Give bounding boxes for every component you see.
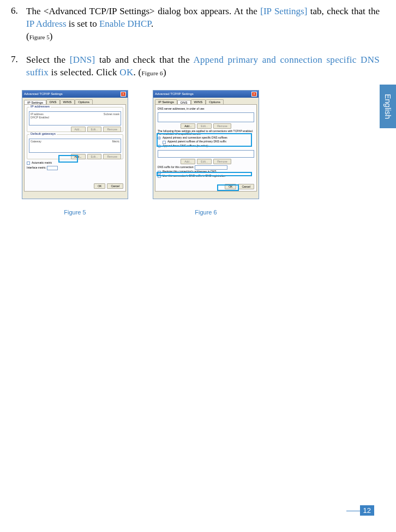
gateway-list: Gateway Metric	[29, 139, 121, 153]
dns-servers-label: DNS server addresses, in order of use:	[158, 107, 254, 110]
dialog-titlebar: Advanced TCP/IP Settings ×	[22, 91, 128, 98]
step-7-text-c: is selected. Click	[49, 67, 119, 77]
interface-metric-field[interactable]	[47, 166, 58, 170]
group-ip-addresses: IP addresses IP addressDHCP Enabled Subn…	[27, 107, 123, 132]
add-button[interactable]: Add...	[71, 127, 86, 132]
ip-address-list: IP addressDHCP Enabled Subnet mask	[29, 111, 121, 125]
tab-wins-2[interactable]: WINS	[191, 99, 206, 104]
page-number: 12	[360, 505, 374, 516]
dns-suffix-list	[158, 150, 254, 158]
dialog-title: Advanced TCP/IP Settings	[24, 92, 63, 95]
dns-mid-text: The following three settings are applied…	[158, 130, 254, 136]
step-7-dns-ref: [DNS]	[70, 55, 95, 65]
check-append-parent-row: Append parent suffixes of the primary DN…	[163, 140, 254, 144]
step-7-ok-ref: OK	[119, 67, 133, 77]
group-default-gateways: Default gateways Gateway Metric Add... E…	[27, 134, 123, 159]
step-7: 7. Select the [DNS] tab and check that t…	[11, 54, 380, 79]
check-use-suffix-label: Use this connection's DNS suffix in DNS …	[163, 175, 225, 178]
figure-6-caption: Figure 6	[195, 209, 217, 216]
add-suffix-button[interactable]: Add...	[181, 159, 195, 164]
step-7-text-b: tab and check that the	[95, 55, 194, 65]
check-register-row: Register this connection's addresses in …	[158, 170, 254, 174]
remove-suffix-button[interactable]: Remove	[213, 159, 231, 164]
remove-dns-button[interactable]: Remove	[213, 123, 231, 129]
add-dns-button[interactable]: Add...	[181, 123, 195, 129]
cancel-button[interactable]: Cancel	[107, 183, 123, 189]
edit-gateway-button[interactable]: Edit...	[87, 154, 102, 159]
close-icon[interactable]: ×	[121, 92, 126, 97]
ok-button-2[interactable]: OK	[225, 184, 236, 189]
col-gateway: Gateway	[31, 140, 41, 152]
interface-metric-row: Interface metric:	[27, 166, 123, 170]
check-append-parent-label: Append parent suffixes of the primary DN…	[167, 140, 226, 144]
close-icon-2[interactable]: ×	[251, 92, 257, 97]
tab-ip-settings-2[interactable]: IP Settings	[155, 99, 177, 104]
tab-options-2[interactable]: Options	[206, 99, 224, 104]
group-default-gateways-label: Default gateways	[29, 132, 57, 135]
step-6-ipaddress-ref: IP Address	[26, 19, 67, 29]
interface-metric-label: Interface metric:	[27, 166, 46, 170]
add-gateway-button[interactable]: Add...	[71, 154, 86, 159]
step-6-text-c: is set to	[67, 19, 99, 29]
remove-button[interactable]: Remove	[103, 127, 121, 132]
tabs-row-2: IP Settings DNS WINS Options	[153, 98, 259, 104]
figure-6-dialog: Advanced TCP/IP Settings × IP Settings D…	[153, 90, 259, 199]
check-append-parent[interactable]	[163, 141, 166, 144]
step-6: 6. The <Advanced TCP/IP Settings> dialog…	[11, 5, 380, 43]
edit-suffix-button[interactable]: Edit...	[197, 159, 212, 164]
radio-append-these[interactable]	[158, 145, 161, 148]
figure-5-caption: Figure 5	[64, 209, 86, 216]
figure-5-dialog: Advanced TCP/IP Settings × IP Settings D…	[22, 90, 128, 199]
auto-metric-checkbox[interactable]	[27, 162, 30, 165]
dialog-title-2: Advanced TCP/IP Settings	[155, 92, 194, 95]
check-use-suffix[interactable]	[158, 175, 161, 178]
figure-5-block: Advanced TCP/IP Settings × IP Settings D…	[22, 90, 128, 216]
step-6-text-a: The <Advanced TCP/IP Settings> dialog bo…	[26, 6, 257, 16]
step-6-text: The <Advanced TCP/IP Settings> dialog bo…	[26, 5, 380, 43]
step-7-text: Select the [DNS] tab and check that the …	[26, 54, 380, 79]
tab-wins[interactable]: WINS	[60, 99, 75, 104]
auto-metric-label: Automatic metric	[32, 162, 52, 165]
group-ip-addresses-label: IP addresses	[29, 105, 51, 108]
check-register-label: Register this connection's addresses in …	[163, 170, 217, 174]
dns-server-list	[158, 112, 254, 122]
tabs-row: IP Settings DNS WINS Options	[22, 98, 128, 104]
radio-append-these-row: Append these DNS suffixes (in order):	[158, 145, 254, 148]
figure-6-block: Advanced TCP/IP Settings × IP Settings D…	[153, 90, 259, 216]
tab-body-dns: DNS server addresses, in order of use: A…	[155, 104, 257, 192]
radio-append-primary[interactable]	[158, 136, 161, 140]
dns-suffix-label: DNS suffix for this connection:	[158, 166, 194, 169]
radio-append-these-label: Append these DNS suffixes (in order):	[163, 145, 208, 148]
step-6-text-b: tab, check that the	[307, 6, 380, 16]
step-7-number: 7.	[11, 54, 26, 79]
check-register[interactable]	[158, 171, 161, 174]
tab-options[interactable]: Options	[75, 99, 93, 104]
cancel-button-2[interactable]: Cancel	[238, 184, 254, 189]
dialog-titlebar-2: Advanced TCP/IP Settings ×	[153, 91, 259, 98]
step-7-text-e: )	[163, 67, 166, 77]
dns-suffix-row: DNS suffix for this connection:	[158, 165, 254, 170]
col-subnet-mask: Subnet mask	[104, 112, 119, 124]
step-6-number: 6.	[11, 5, 26, 43]
step-7-text-a: Select the	[26, 55, 70, 65]
tab-body-ip: IP addresses IP addressDHCP Enabled Subn…	[24, 104, 126, 192]
col-ip-address: IP addressDHCP Enabled	[31, 112, 49, 124]
step-6-enabledhcp-ref: Enable DHCP	[99, 19, 151, 29]
auto-metric-row: Automatic metric	[27, 162, 123, 165]
remove-gateway-button[interactable]: Remove	[103, 154, 121, 159]
tab-dns[interactable]: DNS	[46, 99, 60, 104]
check-use-suffix-row: Use this connection's DNS suffix in DNS …	[158, 175, 254, 178]
edit-dns-button[interactable]: Edit...	[197, 123, 212, 129]
col-metric: Metric	[112, 140, 119, 152]
radio-append-primary-label: Append primary and connection specific D…	[163, 136, 227, 140]
step-7-figref: Figure 6	[142, 70, 163, 76]
dns-suffix-field[interactable]	[195, 165, 227, 170]
step-6-figref: Figure 5	[29, 34, 50, 40]
step-7-text-d: . (	[133, 67, 141, 77]
ok-button[interactable]: OK	[94, 183, 105, 189]
step-6-ipsettings-ref: [IP Settings]	[260, 6, 307, 16]
language-tab: English	[380, 85, 396, 128]
edit-button[interactable]: Edit...	[87, 127, 102, 132]
step-6-text-d: .	[151, 19, 153, 29]
